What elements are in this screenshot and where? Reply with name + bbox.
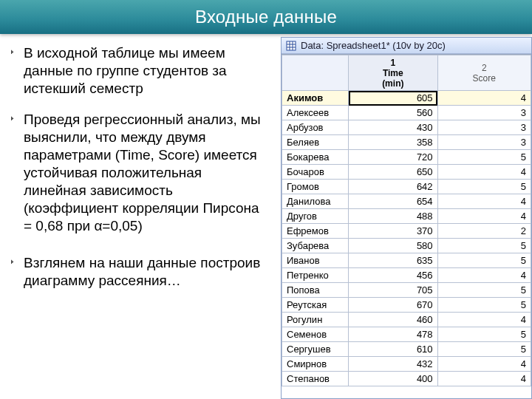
corner-cell[interactable] xyxy=(282,55,349,91)
row-time-cell[interactable]: 560 xyxy=(349,106,438,120)
spreadsheet-panel: Data: Spreadsheet1* (10v by 20c) 1 Time … xyxy=(281,34,532,399)
row-name-cell[interactable]: Степанов xyxy=(282,372,349,386)
row-time-cell[interactable]: 478 xyxy=(349,327,438,342)
slide-body: 🢒 В исходной таблице мы имеем данные по … xyxy=(0,34,532,399)
column-number: 2 xyxy=(443,63,526,73)
row-score-cell[interactable]: 5 xyxy=(437,150,531,165)
table-row[interactable]: Смирнов4324 xyxy=(282,357,531,372)
row-time-cell[interactable]: 580 xyxy=(349,239,438,253)
row-name-cell[interactable]: Ефремов xyxy=(282,224,349,239)
row-name-cell[interactable]: Арбузов xyxy=(282,120,349,135)
row-name-cell[interactable]: Данилова xyxy=(282,194,349,209)
table-row[interactable]: Громов6425 xyxy=(282,180,531,194)
row-name-cell[interactable]: Бокарева xyxy=(282,150,349,165)
row-name-cell[interactable]: Алексеев xyxy=(282,106,349,120)
row-score-cell[interactable]: 5 xyxy=(437,298,531,313)
column-label: Score xyxy=(473,73,496,83)
column-header-time[interactable]: 1 Time (min) xyxy=(349,55,438,91)
bullet-text: Проведя регрессионный анализ, мы выяснил… xyxy=(24,111,267,235)
row-score-cell[interactable]: 5 xyxy=(437,283,531,298)
row-score-cell[interactable]: 3 xyxy=(437,106,531,120)
bullet-list: 🢒 В исходной таблице мы имеем данные по … xyxy=(0,34,281,399)
row-score-cell[interactable]: 3 xyxy=(437,120,531,135)
row-name-cell[interactable]: Иванов xyxy=(282,253,349,268)
row-name-cell[interactable]: Рогулин xyxy=(282,313,349,327)
spreadsheet-icon xyxy=(286,41,296,51)
row-name-cell[interactable]: Петренко xyxy=(282,268,349,283)
row-time-cell[interactable]: 635 xyxy=(349,253,438,268)
row-time-cell[interactable]: 605 xyxy=(349,91,438,106)
table-row[interactable]: Беляев3583 xyxy=(282,135,531,150)
row-time-cell[interactable]: 642 xyxy=(349,180,438,194)
row-time-cell[interactable]: 488 xyxy=(349,209,438,224)
row-name-cell[interactable]: Другов xyxy=(282,209,349,224)
row-score-cell[interactable]: 4 xyxy=(437,357,531,372)
row-name-cell[interactable]: Семенов xyxy=(282,327,349,342)
row-time-cell[interactable]: 370 xyxy=(349,224,438,239)
row-score-cell[interactable]: 4 xyxy=(437,91,531,106)
row-score-cell[interactable]: 4 xyxy=(437,268,531,283)
table-row[interactable]: Данилова6544 xyxy=(282,194,531,209)
slide-title: Входные данные xyxy=(0,0,532,34)
bullet-marker-icon: 🢒 xyxy=(10,254,24,290)
row-time-cell[interactable]: 654 xyxy=(349,194,438,209)
bullet-item: 🢒 В исходной таблице мы имеем данные по … xyxy=(10,44,267,98)
spreadsheet-window: Data: Spreadsheet1* (10v by 20c) 1 Time … xyxy=(281,37,532,399)
row-name-cell[interactable]: Зубарева xyxy=(282,239,349,253)
row-score-cell[interactable]: 5 xyxy=(437,342,531,357)
row-time-cell[interactable]: 430 xyxy=(349,120,438,135)
table-row[interactable]: Рогулин4604 xyxy=(282,313,531,327)
row-name-cell[interactable]: Акимов xyxy=(282,91,349,106)
table-row[interactable]: Арбузов4303 xyxy=(282,120,531,135)
row-time-cell[interactable]: 456 xyxy=(349,268,438,283)
row-score-cell[interactable]: 5 xyxy=(437,253,531,268)
data-table[interactable]: 1 Time (min) 2 Score Акимов6054Алексеев5… xyxy=(282,55,531,386)
row-score-cell[interactable]: 3 xyxy=(437,135,531,150)
row-name-cell[interactable]: Реутская xyxy=(282,298,349,313)
bullet-marker-icon: 🢒 xyxy=(10,44,24,98)
row-score-cell[interactable]: 4 xyxy=(437,194,531,209)
table-row[interactable]: Бочаров6504 xyxy=(282,165,531,180)
column-header-score[interactable]: 2 Score xyxy=(437,55,531,91)
row-name-cell[interactable]: Сергушев xyxy=(282,342,349,357)
row-time-cell[interactable]: 610 xyxy=(349,342,438,357)
table-row[interactable]: Семенов4785 xyxy=(282,327,531,342)
row-score-cell[interactable]: 4 xyxy=(437,313,531,327)
column-number: 1 xyxy=(353,58,433,68)
row-time-cell[interactable]: 432 xyxy=(349,357,438,372)
row-time-cell[interactable]: 720 xyxy=(349,150,438,165)
table-row[interactable]: Степанов4004 xyxy=(282,372,531,386)
bullet-text: В исходной таблице мы имеем данные по гр… xyxy=(24,44,267,98)
table-row[interactable]: Попова7055 xyxy=(282,283,531,298)
row-score-cell[interactable]: 4 xyxy=(437,372,531,386)
row-score-cell[interactable]: 4 xyxy=(437,165,531,180)
row-time-cell[interactable]: 705 xyxy=(349,283,438,298)
row-time-cell[interactable]: 400 xyxy=(349,372,438,386)
row-score-cell[interactable]: 5 xyxy=(437,239,531,253)
table-row[interactable]: Сергушев6105 xyxy=(282,342,531,357)
row-score-cell[interactable]: 2 xyxy=(437,224,531,239)
row-name-cell[interactable]: Громов xyxy=(282,180,349,194)
row-time-cell[interactable]: 670 xyxy=(349,298,438,313)
row-score-cell[interactable]: 5 xyxy=(437,327,531,342)
table-row[interactable]: Зубарева5805 xyxy=(282,239,531,253)
table-row[interactable]: Другов4884 xyxy=(282,209,531,224)
row-name-cell[interactable]: Беляев xyxy=(282,135,349,150)
spreadsheet-grid[interactable]: 1 Time (min) 2 Score Акимов6054Алексеев5… xyxy=(282,54,531,398)
row-score-cell[interactable]: 4 xyxy=(437,209,531,224)
row-time-cell[interactable]: 358 xyxy=(349,135,438,150)
row-time-cell[interactable]: 650 xyxy=(349,165,438,180)
row-time-cell[interactable]: 460 xyxy=(349,313,438,327)
table-row[interactable]: Петренко4564 xyxy=(282,268,531,283)
table-row[interactable]: Иванов6355 xyxy=(282,253,531,268)
table-row[interactable]: Акимов6054 xyxy=(282,91,531,106)
row-name-cell[interactable]: Смирнов xyxy=(282,357,349,372)
table-row[interactable]: Реутская6705 xyxy=(282,298,531,313)
spreadsheet-titlebar: Data: Spreadsheet1* (10v by 20c) xyxy=(282,38,531,54)
table-row[interactable]: Алексеев5603 xyxy=(282,106,531,120)
table-row[interactable]: Бокарева7205 xyxy=(282,150,531,165)
row-name-cell[interactable]: Бочаров xyxy=(282,165,349,180)
table-row[interactable]: Ефремов3702 xyxy=(282,224,531,239)
row-score-cell[interactable]: 5 xyxy=(437,180,531,194)
row-name-cell[interactable]: Попова xyxy=(282,283,349,298)
